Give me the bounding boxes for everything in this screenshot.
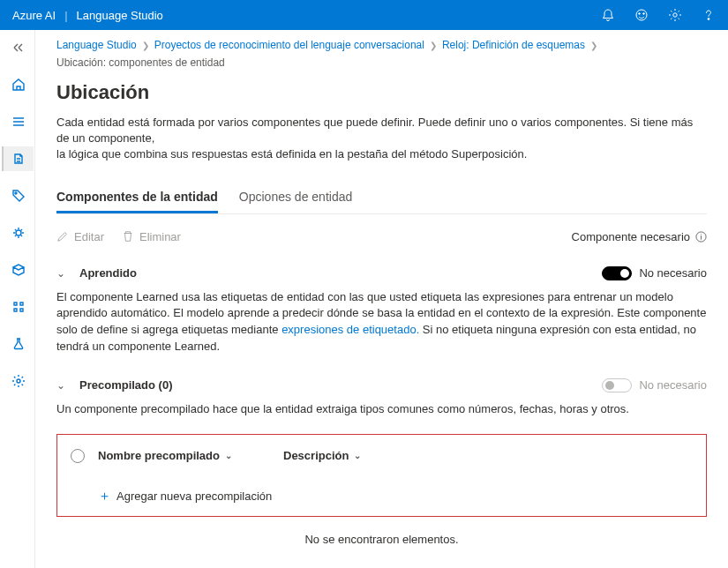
svg-point-1 [639,13,641,15]
delete-button[interactable]: Eliminar [122,230,181,243]
plus-icon: ＋ [98,488,111,504]
rail-item-schema[interactable] [2,146,34,171]
breadcrumb-link-1[interactable]: Proyectos de reconocimiento del lenguaje… [154,39,424,51]
section-desc-learned: El componente Learned usa las etiquetas … [56,288,707,371]
svg-point-4 [708,19,709,20]
prebuilt-empty-message: No se encontraron elementos. [56,517,707,567]
labeling-expressions-link[interactable]: expresiones de etiquetado. [281,323,419,336]
rail-item-lines[interactable] [2,109,34,134]
add-prebuilt-button[interactable]: ＋ Agregar nueva precompilación [57,477,706,516]
svg-point-6 [16,230,21,235]
rail-item-test[interactable] [2,295,34,319]
brand: Azure AI | Language Studio [12,9,163,22]
svg-point-7 [17,379,20,383]
rail-item-train[interactable] [2,220,34,245]
chevron-down-icon[interactable]: ⌄ [56,379,69,392]
section-title-prebuilt: Precompilado (0) [79,378,172,392]
gear-icon[interactable] [668,8,682,22]
section-head-prebuilt: ⌄ Precompilado (0) No necesario [56,371,707,400]
main-content: Language Studio ❯ Proyectos de reconocim… [35,30,728,568]
bell-icon[interactable] [601,8,615,22]
chevron-right-icon: ❯ [590,41,597,50]
rail-expand-button[interactable] [2,35,34,60]
svg-point-5 [15,192,17,194]
rail-item-flask[interactable] [2,332,34,356]
action-row: Editar Eliminar Componente necesario [56,225,707,259]
azure-top-bar: Azure AI | Language Studio [0,0,728,30]
section-head-learned: ⌄ Aprendido No necesario [56,259,707,288]
chevron-down-icon: ⌄ [354,451,361,460]
breadcrumb-link-0[interactable]: Language Studio [56,39,137,51]
toggle-learned[interactable] [602,266,632,280]
left-nav-rail [0,30,35,568]
rail-item-deploy[interactable] [2,258,34,282]
toggle-prebuilt[interactable] [602,378,632,392]
svg-point-0 [636,10,647,20]
page-title: Ubicación [56,81,707,104]
brand-right: Language Studio [77,9,163,22]
chevron-down-icon[interactable]: ⌄ [56,267,69,280]
breadcrumb-link-2[interactable]: Reloj: Definición de esquemas [442,39,585,51]
page-description: Cada entidad está formada por varios com… [56,115,707,163]
brand-left: Azure AI [12,9,56,22]
rail-item-home[interactable] [2,72,34,97]
prebuilt-table-header: Nombre precompilado ⌄ Descripción ⌄ [57,435,706,477]
breadcrumb-current: Ubicación: componentes de entidad [56,56,225,69]
col-description[interactable]: Descripción ⌄ [283,449,361,462]
rail-item-tag[interactable] [2,183,34,208]
chevron-right-icon: ❯ [430,41,437,50]
brand-divider: | [64,9,67,22]
help-icon[interactable] [702,8,716,22]
pencil-icon [56,230,69,243]
select-all-checkbox[interactable] [57,449,98,463]
toggle-label-learned: No necesario [639,266,707,280]
edit-button[interactable]: Editar [56,230,104,243]
col-prebuilt-name[interactable]: Nombre precompilado ⌄ [98,449,283,462]
rail-item-settings[interactable] [2,369,34,393]
svg-point-3 [673,13,677,17]
chevron-down-icon: ⌄ [225,451,232,460]
required-component-label: Componente necesario [572,230,707,243]
tab-options[interactable]: Opciones de entidad [239,184,352,213]
section-desc-prebuilt: Un componente precompilado hace que la e… [56,400,707,434]
toggle-label-prebuilt: No necesario [639,378,707,392]
section-title-learned: Aprendido [79,266,137,280]
info-icon[interactable] [695,231,707,243]
tab-components[interactable]: Componentes de la entidad [56,184,218,213]
smiley-icon[interactable] [634,8,649,22]
chevron-right-icon: ❯ [142,41,149,50]
prebuilt-table-highlight: Nombre precompilado ⌄ Descripción ⌄ ＋ Ag… [56,434,707,517]
svg-point-2 [643,13,645,15]
breadcrumb: Language Studio ❯ Proyectos de reconocim… [56,34,707,81]
tabs: Componentes de la entidad Opciones de en… [56,184,707,214]
trash-icon [122,230,134,243]
